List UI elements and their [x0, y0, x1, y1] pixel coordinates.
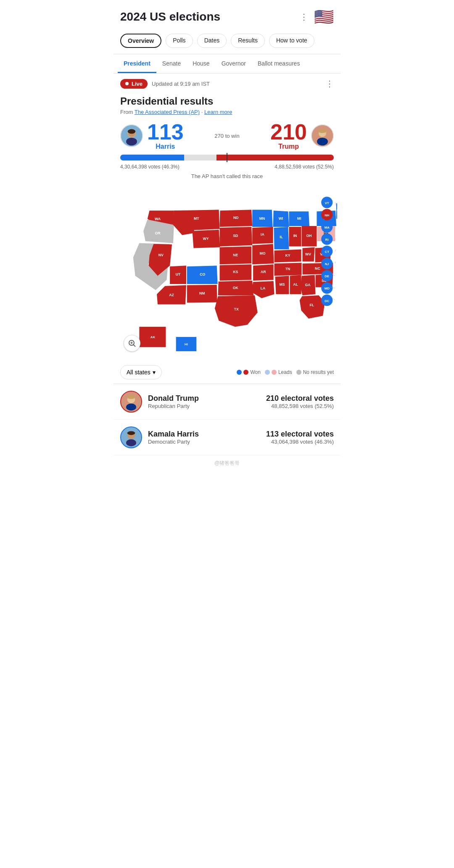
- harris-result-row: Kamala Harris Democratic Party 113 elect…: [114, 420, 340, 455]
- svg-text:DE: DE: [325, 274, 329, 278]
- progress-gap: [184, 155, 216, 160]
- all-states-label: All states: [127, 369, 150, 376]
- svg-point-81: [126, 439, 136, 446]
- all-states-button[interactable]: All states ▾: [120, 365, 162, 379]
- chip-dates[interactable]: Dates: [197, 34, 227, 48]
- svg-text:NV: NV: [158, 253, 164, 257]
- svg-point-82: [127, 431, 135, 435]
- tab-senate[interactable]: Senate: [156, 54, 187, 73]
- legend-won: Won: [237, 369, 260, 375]
- legend-leads: Leads: [265, 369, 292, 375]
- more-icon[interactable]: ⋮: [300, 12, 308, 22]
- nav-chips: Overview Polls Dates Results How to vote: [114, 30, 340, 54]
- harris-avatar: [120, 124, 143, 147]
- page-title: 2024 US elections: [120, 10, 220, 24]
- svg-point-78: [127, 395, 135, 399]
- progress-container: [114, 150, 340, 162]
- trump-progress: [216, 155, 334, 160]
- tabs-row: President Senate House Governor Ballot m…: [114, 54, 340, 74]
- trump-popular-votes: 4,88,52,598 votes (52.5%): [275, 164, 334, 170]
- harris-party: Democratic Party: [148, 439, 260, 445]
- chip-results[interactable]: Results: [231, 34, 265, 48]
- svg-text:MO: MO: [259, 251, 265, 255]
- trump-result-info: Donald Trump Republican Party: [148, 394, 260, 409]
- trump-info: 210 Trump: [270, 121, 307, 150]
- svg-text:OK: OK: [233, 286, 239, 290]
- svg-text:AZ: AZ: [169, 293, 174, 297]
- leads-blue-dot: [265, 370, 270, 375]
- trump-avatar: [311, 124, 334, 147]
- harris-candidate: 113 Harris: [120, 121, 184, 150]
- flag-icon: 🇺🇸: [314, 8, 334, 26]
- svg-text:MS: MS: [279, 282, 285, 287]
- svg-text:CO: CO: [200, 272, 205, 276]
- no-results-dot: [296, 370, 301, 375]
- svg-text:MI: MI: [297, 216, 301, 221]
- svg-text:SD: SD: [233, 234, 238, 238]
- learn-more-link[interactable]: Learn more: [204, 109, 232, 115]
- svg-point-7: [317, 138, 328, 146]
- live-dot: [125, 82, 129, 85]
- vote-totals-row: 4,30,64,398 votes (46.3%) 4,88,52,598 vo…: [114, 162, 340, 172]
- live-bar: Live Updated at 9:19 am IST ⋮: [114, 74, 340, 92]
- svg-text:KY: KY: [285, 253, 290, 258]
- trump-result-votes: 210 electoral votes 48,852,598 votes (52…: [266, 394, 334, 409]
- tab-president[interactable]: President: [118, 54, 156, 73]
- svg-text:MN: MN: [259, 216, 265, 221]
- won-label: Won: [250, 369, 260, 375]
- ap-note: The AP hasn't called this race: [114, 172, 340, 183]
- progress-divider: [227, 153, 227, 162]
- updated-text: Updated at 9:19 am IST: [152, 81, 210, 87]
- svg-text:WV: WV: [305, 252, 311, 256]
- results-row: 113 Harris 270 to win 210 Trump: [114, 121, 340, 150]
- svg-text:TN: TN: [285, 267, 290, 271]
- legend-items: Won Leads No results yet: [237, 369, 334, 375]
- trump-full-name: Donald Trump: [148, 394, 260, 403]
- svg-point-2: [126, 138, 137, 146]
- harris-electoral-votes: 113: [147, 121, 184, 143]
- tab-governor[interactable]: Governor: [216, 54, 252, 73]
- trump-electoral-votes-full: 210 electoral votes: [266, 394, 334, 403]
- trump-party: Republican Party: [148, 403, 260, 409]
- svg-text:AK: AK: [150, 335, 156, 339]
- live-left: Live Updated at 9:19 am IST: [120, 79, 210, 89]
- harris-name: Harris: [156, 143, 175, 150]
- won-blue-dot: [237, 370, 242, 375]
- harris-progress: [120, 155, 184, 160]
- svg-text:WI: WI: [279, 216, 283, 221]
- source-prefix: From: [120, 109, 133, 115]
- won-red-dot: [243, 370, 248, 375]
- zoom-button[interactable]: [124, 335, 140, 352]
- harris-result-avatar: [120, 426, 142, 448]
- trump-electoral-votes: 210: [270, 121, 307, 143]
- live-more-icon[interactable]: ⋮: [325, 79, 334, 89]
- chip-polls[interactable]: Polls: [166, 34, 193, 48]
- to-win-label: 270 to win: [214, 133, 239, 139]
- svg-text:NJ: NJ: [325, 262, 329, 266]
- svg-text:OR: OR: [155, 231, 161, 235]
- svg-text:NE: NE: [233, 253, 238, 257]
- harris-popular-votes: 4,30,64,398 votes (46.3%): [120, 164, 179, 170]
- harris-popular-votes-full: 43,064,398 votes (46.3%): [266, 439, 334, 445]
- chip-how-to-vote[interactable]: How to vote: [269, 34, 314, 48]
- svg-text:ND: ND: [233, 216, 239, 220]
- center-label: 270 to win: [214, 133, 239, 139]
- tab-ballot-measures[interactable]: Ballot measures: [252, 54, 306, 73]
- harris-full-name: Kamala Harris: [148, 430, 260, 439]
- svg-text:IN: IN: [293, 234, 297, 238]
- svg-text:MA: MA: [325, 226, 330, 229]
- svg-text:DC: DC: [325, 299, 330, 303]
- tab-house[interactable]: House: [187, 54, 215, 73]
- svg-text:HI: HI: [185, 342, 188, 346]
- svg-text:WY: WY: [203, 237, 209, 241]
- svg-text:AR: AR: [261, 270, 266, 274]
- trump-candidate: 210 Trump: [270, 121, 334, 150]
- svg-text:VT: VT: [325, 201, 329, 205]
- chip-overview[interactable]: Overview: [120, 34, 161, 48]
- svg-text:RI: RI: [325, 238, 329, 242]
- trump-result-avatar: [120, 391, 142, 413]
- page-header: 2024 US elections ⋮ 🇺🇸: [114, 0, 340, 30]
- svg-line-72: [134, 345, 136, 347]
- harris-electoral-votes-full: 113 electoral votes: [266, 430, 334, 439]
- ap-link[interactable]: The Associated Press (AP): [135, 109, 200, 115]
